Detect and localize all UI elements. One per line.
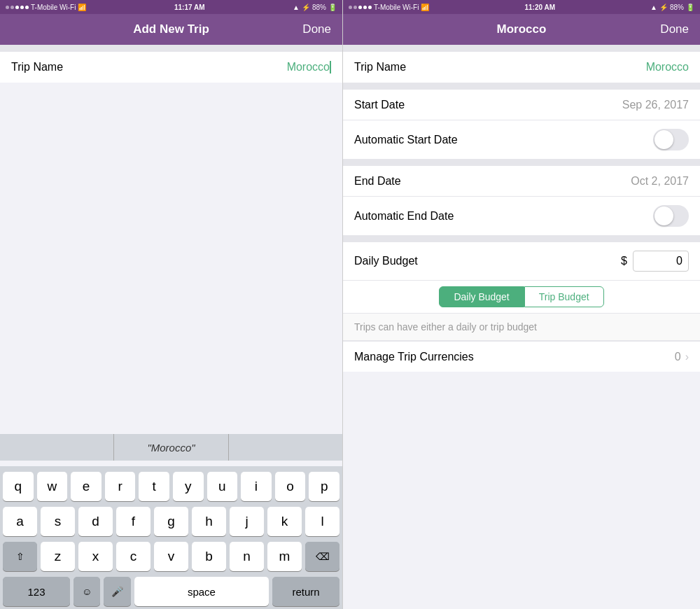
key-mic[interactable]: 🎤 bbox=[104, 577, 130, 606]
left-form-section: Trip Name Morocco bbox=[0, 52, 342, 83]
right-end-dates-section: End Date Oct 2, 2017 Automatic End Date bbox=[343, 166, 700, 235]
key-h[interactable]: h bbox=[192, 507, 226, 536]
budget-section: Daily Budget $ Daily Budget Trip Budget … bbox=[343, 242, 700, 341]
key-k[interactable]: k bbox=[267, 507, 302, 536]
key-c[interactable]: c bbox=[116, 542, 150, 571]
key-a[interactable]: a bbox=[3, 507, 37, 536]
key-y[interactable]: y bbox=[173, 472, 204, 501]
battery-level: 88% bbox=[312, 4, 326, 11]
left-nav-title: Add New Trip bbox=[42, 22, 300, 36]
auto-end-row[interactable]: Automatic End Date bbox=[343, 197, 700, 235]
daily-budget-button[interactable]: Daily Budget bbox=[439, 286, 524, 307]
autocorrect-bar: "Morocco" bbox=[0, 434, 342, 461]
auto-start-row[interactable]: Automatic Start Date bbox=[343, 120, 700, 159]
budget-toggle-row: Daily Budget Trip Budget bbox=[343, 281, 700, 314]
key-s[interactable]: s bbox=[41, 507, 75, 536]
key-l[interactable]: l bbox=[305, 507, 340, 536]
rdot2 bbox=[354, 6, 357, 9]
end-date-label: End Date bbox=[354, 175, 401, 188]
auto-start-toggle-thumb bbox=[654, 130, 673, 149]
key-r[interactable]: r bbox=[105, 472, 136, 501]
keyboard-row4: 123 ☺ 🎤 space return bbox=[3, 577, 340, 606]
trip-name-value-left[interactable]: Morocco bbox=[287, 61, 331, 74]
right-battery-level: 88% bbox=[670, 4, 684, 11]
right-sep2 bbox=[343, 83, 700, 90]
manage-value: 0 bbox=[675, 351, 681, 363]
key-o[interactable]: o bbox=[275, 472, 306, 501]
budget-input[interactable] bbox=[633, 251, 689, 272]
right-signal-dots bbox=[349, 6, 372, 9]
key-u[interactable]: u bbox=[207, 472, 238, 501]
right-trip-name-label: Trip Name bbox=[354, 61, 406, 74]
key-emoji[interactable]: ☺ bbox=[74, 577, 100, 606]
keyboard-row1: q w e r t y u i o p bbox=[3, 472, 340, 501]
right-bluetooth-icon: ⚡ bbox=[659, 4, 668, 11]
signal-dots bbox=[6, 6, 29, 9]
right-sep1 bbox=[343, 45, 700, 52]
key-q[interactable]: q bbox=[3, 472, 34, 501]
right-sep3 bbox=[343, 159, 700, 166]
right-nav-bar: Morocco Done bbox=[343, 14, 700, 45]
key-space[interactable]: space bbox=[134, 577, 269, 606]
right-status-bar: T-Mobile Wi-Fi 📶 11:20 AM ▲ ⚡ 88% 🔋 bbox=[343, 0, 700, 14]
key-p[interactable]: p bbox=[309, 472, 340, 501]
autocorrect-center[interactable]: "Morocco" bbox=[114, 434, 228, 461]
autocorrect-left[interactable] bbox=[0, 434, 114, 461]
dot2 bbox=[10, 6, 14, 9]
key-i[interactable]: i bbox=[241, 472, 272, 501]
key-n[interactable]: n bbox=[230, 542, 264, 571]
key-f[interactable]: f bbox=[116, 507, 150, 536]
auto-end-toggle[interactable] bbox=[653, 205, 689, 227]
keyboard-row3: ⇧ z x c v b n m ⌫ bbox=[3, 542, 340, 571]
autocorrect-right[interactable] bbox=[229, 434, 342, 461]
rdot5 bbox=[368, 6, 372, 9]
left-time: 11:17 AM bbox=[174, 4, 205, 11]
key-return[interactable]: return bbox=[272, 577, 340, 606]
auto-start-toggle[interactable] bbox=[653, 129, 689, 150]
battery-icon: 🔋 bbox=[328, 4, 337, 11]
key-e[interactable]: e bbox=[71, 472, 102, 501]
key-g[interactable]: g bbox=[154, 507, 188, 536]
auto-end-label: Automatic End Date bbox=[354, 210, 454, 223]
key-v[interactable]: v bbox=[154, 542, 188, 571]
key-shift[interactable]: ⇧ bbox=[3, 542, 37, 571]
trip-budget-button[interactable]: Trip Budget bbox=[524, 286, 604, 307]
bluetooth-icon: ⚡ bbox=[302, 4, 310, 11]
key-b[interactable]: b bbox=[192, 542, 226, 571]
right-done-button[interactable]: Done bbox=[658, 22, 689, 36]
rdot4 bbox=[363, 6, 367, 9]
key-z[interactable]: z bbox=[41, 542, 75, 571]
right-nav-title: Morocco bbox=[385, 22, 658, 36]
start-date-row[interactable]: Start Date Sep 26, 2017 bbox=[343, 90, 700, 120]
chevron-right-icon: › bbox=[685, 351, 689, 363]
key-w[interactable]: w bbox=[37, 472, 68, 501]
key-t[interactable]: t bbox=[139, 472, 169, 501]
right-panel: T-Mobile Wi-Fi 📶 11:20 AM ▲ ⚡ 88% 🔋 Moro… bbox=[343, 0, 700, 609]
key-x[interactable]: x bbox=[78, 542, 113, 571]
key-m[interactable]: m bbox=[267, 542, 302, 571]
left-carrier: T-Mobile Wi-Fi bbox=[31, 4, 76, 11]
end-date-row[interactable]: End Date Oct 2, 2017 bbox=[343, 166, 700, 197]
dot5 bbox=[25, 6, 29, 9]
key-numbers[interactable]: 123 bbox=[3, 577, 70, 606]
dot1 bbox=[6, 6, 9, 9]
auto-start-label: Automatic Start Date bbox=[354, 134, 458, 146]
right-location-icon: ▲ bbox=[650, 4, 657, 11]
key-delete[interactable]: ⌫ bbox=[305, 542, 340, 571]
trip-name-row-right[interactable]: Trip Name Morocco bbox=[343, 52, 700, 83]
left-done-button[interactable]: Done bbox=[300, 22, 331, 36]
left-nav-bar: Add New Trip Done bbox=[0, 14, 342, 45]
right-status-right: ▲ ⚡ 88% 🔋 bbox=[650, 4, 694, 11]
right-sep4 bbox=[343, 235, 700, 242]
manage-currencies-row[interactable]: Manage Trip Currencies 0 › bbox=[343, 341, 700, 372]
right-battery-icon: 🔋 bbox=[686, 4, 694, 11]
key-d[interactable]: d bbox=[78, 507, 113, 536]
daily-budget-row[interactable]: Daily Budget $ bbox=[343, 242, 700, 281]
trip-name-label-left: Trip Name bbox=[11, 61, 63, 74]
trip-name-row-left[interactable]: Trip Name Morocco bbox=[0, 52, 342, 83]
right-trip-name-value: Morocco bbox=[646, 61, 689, 74]
key-j[interactable]: j bbox=[230, 507, 264, 536]
dot4 bbox=[20, 6, 24, 9]
left-content-area bbox=[0, 83, 342, 434]
keyboard-row2: a s d f g h j k l bbox=[3, 507, 340, 536]
